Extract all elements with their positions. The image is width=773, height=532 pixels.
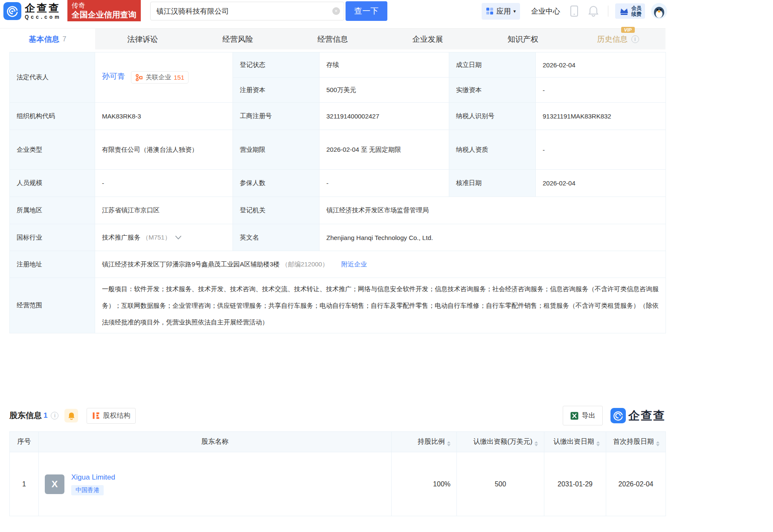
related-companies-badge[interactable]: 关联企业 151 [131, 71, 189, 84]
tab-intellectual-property[interactable]: 知识产权 [475, 29, 570, 49]
shareholders-table: 序号 股东名称 持股比例 认缴出资额(万美元) 认缴出资日期 首次持股日期 1 … [9, 431, 666, 516]
industry-cell: 技术推广服务 （M751） [95, 224, 233, 251]
equity-structure-button[interactable]: 股权结构 [87, 408, 136, 424]
header-divider [608, 6, 608, 17]
equity-structure-icon [92, 412, 100, 419]
col-first-hold-date[interactable]: 首次持股日期 [606, 432, 666, 452]
org-code-label: 组织机构代码 [10, 103, 95, 130]
caret-down-icon: ▾ [513, 9, 516, 14]
col-amount[interactable]: 认缴出资额(万美元) [457, 432, 544, 452]
col-name: 股东名称 [39, 432, 392, 452]
tab-company-development-label: 企业发展 [413, 34, 443, 44]
sort-icon [656, 441, 660, 446]
chevron-down-icon[interactable] [175, 236, 181, 240]
user-avatar[interactable] [651, 3, 667, 19]
legal-rep-cell: 孙可青 关联企业 151 [95, 52, 233, 103]
tab-history-info[interactable]: VIP 历史信息 i [570, 29, 665, 49]
shareholder-row: 1 X Xigua Limited 中国香港 100% 500 2031-01-… [10, 452, 666, 516]
shareholders-title: 股东信息 [9, 410, 42, 421]
biz-term-label: 营业期限 [233, 130, 320, 170]
basic-info-table: 法定代表人 孙可青 关联企业 151 登记状态 存续 成立日期 2026-02-… [9, 52, 666, 333]
history-info-icon[interactable]: i [631, 35, 639, 43]
tab-operation-risk[interactable]: 经营风险 [190, 29, 285, 49]
reg-authority-label: 登记机关 [233, 197, 320, 224]
org-code-value: MAK83RK8-3 [95, 103, 233, 130]
approval-date-label: 核准日期 [449, 170, 536, 197]
legal-rep-link[interactable]: 孙可青 [102, 72, 125, 81]
region-value: 江苏省镇江市京口区 [95, 197, 233, 224]
reg-status-value: 存续 [320, 52, 449, 78]
equity-structure-label: 股权结构 [103, 411, 130, 420]
tab-history-info-label: 历史信息 [597, 34, 628, 44]
reg-capital-label: 注册资本 [233, 78, 320, 103]
col-no: 序号 [10, 432, 39, 452]
logo-subtitle: Qcc.com [25, 14, 61, 20]
biz-term-value: 2026-02-04 至 无固定期限 [320, 130, 449, 170]
reg-capital-value: 500万美元 [320, 78, 449, 103]
logo-title: 企查查 [25, 3, 61, 13]
taxpayer-qual-label: 纳税人资质 [449, 130, 536, 170]
address-zip: （邮编212000） [282, 260, 328, 268]
company-type-label: 企业类型 [10, 130, 95, 170]
shareholder-no: 1 [10, 452, 39, 516]
member-line2: 续费 [631, 11, 642, 17]
sort-icon [447, 441, 450, 446]
related-companies-count: 151 [174, 74, 184, 81]
export-button[interactable]: 导出 [563, 406, 603, 425]
address-label: 注册地址 [10, 251, 95, 278]
monitor-bell-icon[interactable] [64, 409, 78, 422]
shareholder-ratio: 100% [392, 452, 457, 516]
shareholder-avatar: X [45, 474, 64, 494]
tab-legal-litigation[interactable]: 法律诉讼 [95, 29, 190, 49]
qcc-logo[interactable]: 企查查 Qcc.com [3, 2, 61, 20]
search-button[interactable]: 查一下 [346, 1, 387, 21]
top-header: 企查查 Qcc.com 传奇 全国企业信用查询 × 查一下 应用 ▾ 企业中心 [0, 0, 773, 22]
industry-value: 技术推广服务 [102, 234, 140, 241]
est-date-value: 2026-02-04 [536, 52, 666, 78]
tab-basic-info[interactable]: 基本信息 7 [0, 29, 95, 49]
promo-line1: 传奇 [72, 1, 137, 10]
shareholder-first-hold-date: 2026-02-04 [606, 452, 666, 516]
logo-text-block: 企查查 Qcc.com [25, 3, 61, 20]
address-cell: 镇江经济技术开发区丁卯潘宗路9号鑫鼎茂工业园A区辅助楼3楼 （邮编212000）… [95, 251, 666, 278]
reg-status-label: 登记状态 [233, 52, 320, 78]
shareholders-info-icon[interactable]: i [51, 412, 58, 419]
english-name-label: 英文名 [233, 224, 320, 251]
search-input[interactable] [150, 2, 344, 20]
col-subscribe-date[interactable]: 认缴出资日期 [544, 432, 606, 452]
excel-icon [570, 412, 578, 420]
enterprise-center-link[interactable]: 企业中心 [531, 6, 560, 16]
biz-reg-no-label: 工商注册号 [233, 103, 320, 130]
grid-icon [486, 7, 494, 15]
shareholders-section: 股东信息 1 i 股权结构 导出 [9, 406, 665, 516]
clear-icon[interactable]: × [332, 7, 340, 15]
member-line1: 会员 [631, 5, 642, 11]
col-ratio[interactable]: 持股比例 [392, 432, 457, 452]
org-chart-icon [135, 74, 143, 81]
biz-reg-no-value: 321191400002427 [320, 103, 449, 130]
tab-operation-info-label: 经营信息 [317, 34, 348, 44]
taxpayer-id-label: 纳税人识别号 [449, 103, 536, 130]
header-right: 应用 ▾ 企业中心 会员 续费 [482, 3, 667, 20]
promo-badge: 传奇 全国企业信用查询 [67, 0, 141, 21]
tab-basic-info-label: 基本信息 [29, 34, 59, 44]
tab-company-development[interactable]: 企业发展 [380, 29, 475, 49]
shareholder-name-cell: X Xigua Limited 中国香港 [39, 452, 392, 516]
taxpayer-id-value: 91321191MAK83RK832 [536, 103, 666, 130]
nearby-companies-link[interactable]: 附近企业 [341, 260, 367, 268]
qcc-brand-text: 企查查 [628, 408, 665, 423]
insured-value: - [320, 170, 449, 197]
member-renew-badge[interactable]: 会员 续费 [615, 3, 645, 19]
mobile-app-icon[interactable] [570, 6, 579, 17]
tab-intellectual-property-label: 知识产权 [508, 34, 538, 44]
crown-icon [619, 6, 630, 17]
scope-label: 经营范围 [10, 278, 95, 333]
industry-label: 国标行业 [10, 224, 95, 251]
tab-operation-info[interactable]: 经营信息 [285, 29, 381, 49]
shareholder-subscribe-date: 2031-01-29 [544, 452, 606, 516]
tab-basic-info-count: 7 [62, 35, 66, 43]
notification-bell-icon[interactable] [588, 6, 599, 17]
vip-badge: VIP [621, 27, 635, 33]
apps-menu[interactable]: 应用 ▾ [482, 3, 520, 20]
shareholder-name-link[interactable]: Xigua Limited [71, 473, 115, 481]
